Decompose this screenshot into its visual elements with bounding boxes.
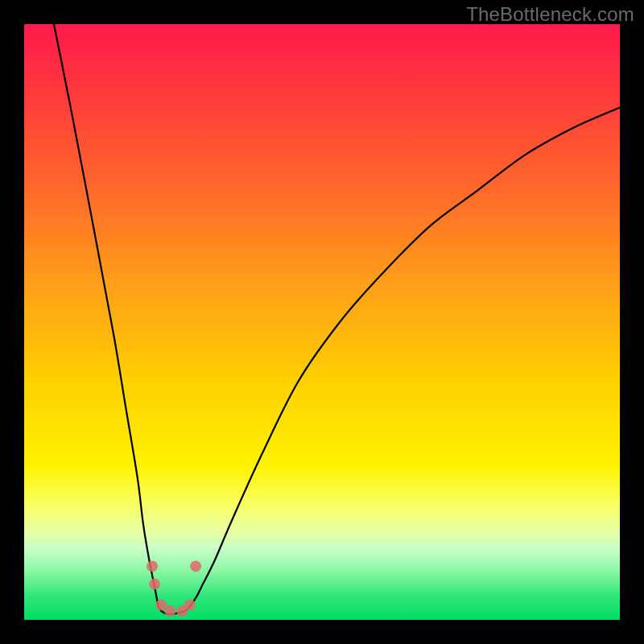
- bottleneck-curve: [54, 24, 620, 614]
- curve-layer: [24, 24, 620, 620]
- curve-marker: [190, 560, 201, 572]
- chart-frame: TheBottleneck.com: [0, 0, 644, 644]
- curve-markers: [147, 560, 201, 617]
- watermark-text: TheBottleneck.com: [466, 3, 634, 26]
- curve-marker: [184, 600, 196, 611]
- curve-marker: [149, 579, 160, 590]
- curve-marker: [147, 560, 158, 572]
- plot-area: [24, 24, 620, 620]
- curve-marker: [164, 605, 175, 617]
